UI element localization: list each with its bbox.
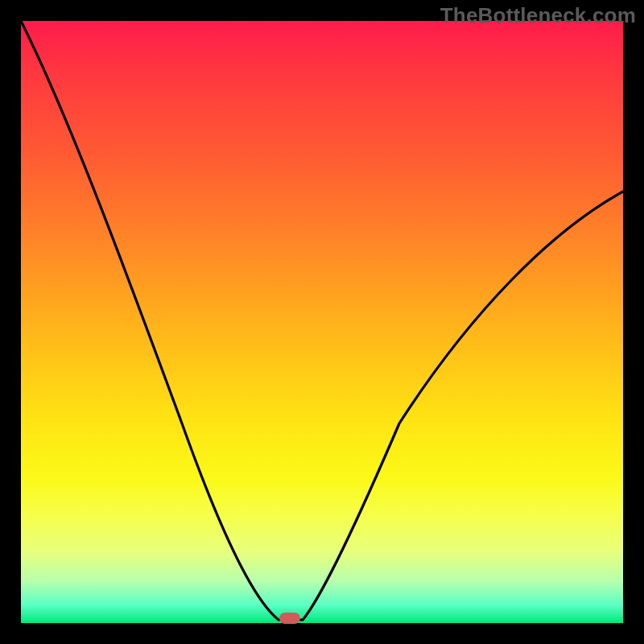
watermark-text: TheBottleneck.com [440,3,636,28]
optimal-marker [279,613,300,624]
plot-area [21,21,623,623]
curve-path [21,21,623,620]
bottleneck-curve [21,21,623,623]
chart-frame: TheBottleneck.com [0,0,644,644]
